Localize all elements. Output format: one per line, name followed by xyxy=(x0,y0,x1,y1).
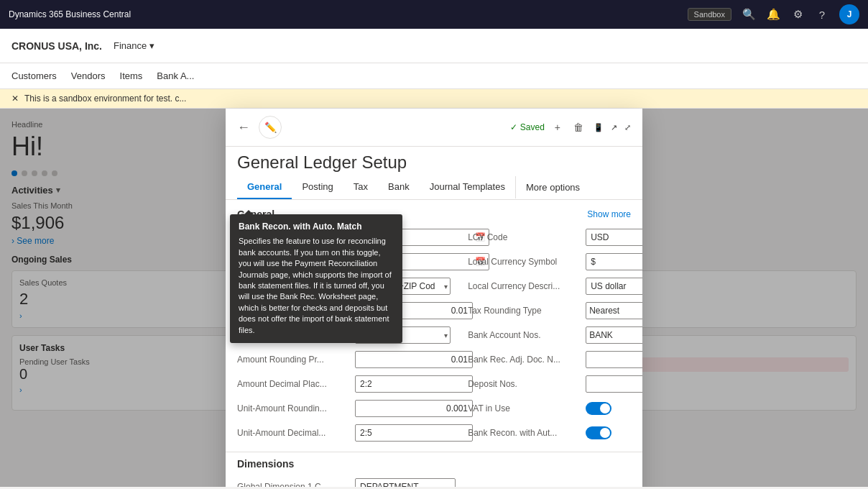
modal-overlay: ← ✏️ ✓ Saved + 🗑 📱 ↗ ⤢ General Ledger Se… xyxy=(0,109,868,487)
module-dropdown[interactable]: Finance ▾ xyxy=(114,40,154,51)
notifications-icon[interactable]: 🔔 xyxy=(766,7,780,22)
share-icon[interactable]: ↗ xyxy=(611,123,617,132)
tax-rounding-select-wrapper: Nearest ▾ xyxy=(586,302,642,319)
currency-descr-input[interactable] xyxy=(586,278,642,295)
deposit-nos-label: Deposit Nos. xyxy=(468,379,583,389)
sub-navbar: CRONUS USA, Inc. Finance ▾ xyxy=(0,29,868,63)
tab-general[interactable]: General xyxy=(237,175,292,199)
dimensions-title-row: Dimensions xyxy=(237,458,631,470)
bank-account-nos-row: Bank Account Nos. BANK ▾ xyxy=(468,325,642,345)
deposit-nos-wrapper: ▾ xyxy=(586,375,642,393)
vat-in-use-row: VAT in Use xyxy=(468,398,642,419)
nav-right: Sandbox 🔍 🔔 ⚙ ? J xyxy=(688,4,859,24)
vat-in-use-toggle[interactable] xyxy=(586,402,611,415)
bank-rec-adj-row: Bank Rec. Adj. Doc. N... ▾ xyxy=(468,349,642,370)
add-button[interactable]: + xyxy=(552,120,563,134)
tooltip-title: Bank Recon. with Auto. Match xyxy=(239,221,394,232)
dimensions-section: Dimensions Global Dimension 1 C... xyxy=(226,452,642,487)
currency-descr-label: Local Currency Descri... xyxy=(468,281,583,291)
currency-symbol-input[interactable] xyxy=(586,253,642,270)
amount-decimal-label: Amount Decimal Plac... xyxy=(237,379,352,389)
bank-recon-auto-label: Bank Recon. with Aut... xyxy=(468,428,583,438)
search-icon[interactable]: 🔍 xyxy=(742,7,756,22)
main-content: Headline Hi! Activities ▾ Sales This Mon… xyxy=(0,109,868,487)
bank-rec-adj-label: Bank Rec. Adj. Doc. N... xyxy=(468,355,583,365)
unit-amount-rounding-input[interactable] xyxy=(355,400,473,417)
unit-amount-decimal-input[interactable] xyxy=(355,424,473,442)
sandbox-banner: ✕ This is a sandbox environment for test… xyxy=(0,89,868,109)
edit-icon-button[interactable]: ✏️ xyxy=(259,116,282,139)
deposit-nos-row: Deposit Nos. ▾ xyxy=(468,374,642,394)
nav-bank[interactable]: Bank A... xyxy=(157,70,194,81)
global-dim1-row: Global Dimension 1 C... xyxy=(237,477,631,487)
tooltip-popup: Bank Recon. with Auto. Match Specifies t… xyxy=(230,214,402,343)
bank-account-nos-select[interactable]: BANK xyxy=(586,326,642,344)
tab-tax[interactable]: Tax xyxy=(343,175,378,199)
vat-in-use-label: VAT in Use xyxy=(468,403,583,413)
tax-rounding-row: Tax Rounding Type Nearest ▾ xyxy=(468,301,642,321)
bank-rec-adj-select[interactable] xyxy=(586,351,642,368)
nav-left: Dynamics 365 Business Central xyxy=(9,9,131,19)
toolbar-icons: ✓ Saved + 🗑 📱 ↗ ⤢ xyxy=(510,120,631,134)
bank-account-nos-label: Bank Account Nos. xyxy=(468,330,583,340)
bank-account-nos-wrapper: BANK ▾ xyxy=(586,326,642,344)
checkmark-icon: ✓ xyxy=(510,122,517,132)
global-dim1-input[interactable] xyxy=(355,478,456,487)
tax-rounding-label: Tax Rounding Type xyxy=(468,306,583,316)
amount-rounding-input[interactable] xyxy=(355,351,473,368)
modal-toolbar: ← ✏️ ✓ Saved + 🗑 📱 ↗ ⤢ xyxy=(226,109,642,147)
amount-decimal-row: Amount Decimal Plac... xyxy=(237,374,451,394)
show-more-link[interactable]: Show more xyxy=(587,209,631,219)
amount-rounding-label: Amount Rounding Pr... xyxy=(237,355,352,365)
banner-text: This is a sandbox environment for test. … xyxy=(24,93,186,104)
expand-icon[interactable]: ⤢ xyxy=(624,123,631,132)
global-dim1-label: Global Dimension 1 C... xyxy=(237,482,352,487)
help-icon[interactable]: ? xyxy=(815,7,829,22)
currency-symbol-row: Local Currency Symbol xyxy=(468,252,642,272)
currency-descr-row: Local Currency Descri... xyxy=(468,276,642,296)
bank-recon-auto-row: Bank Recon. with Aut... xyxy=(468,423,642,443)
modal-tabs: General Posting Tax Bank Journal Templat… xyxy=(226,175,642,200)
lcy-code-input[interactable] xyxy=(586,229,642,246)
amount-decimal-input[interactable] xyxy=(355,375,473,393)
unit-amount-rounding-row: Unit-Amount Roundin... xyxy=(237,398,451,419)
saved-indicator: ✓ Saved xyxy=(510,122,545,132)
bank-recon-auto-toggle[interactable] xyxy=(586,426,611,439)
nav-vendors[interactable]: Vendors xyxy=(71,70,106,81)
unit-amount-decimal-row: Unit-Amount Decimal... xyxy=(237,423,451,443)
user-avatar[interactable]: J xyxy=(839,4,859,24)
amount-rounding-row: Amount Rounding Pr... xyxy=(237,349,451,370)
app-name: Dynamics 365 Business Central xyxy=(9,9,131,19)
back-button[interactable]: ← xyxy=(237,120,250,135)
tab-more-options[interactable]: More options xyxy=(515,176,590,198)
company-name: CRONUS USA, Inc. xyxy=(11,40,102,52)
delete-button[interactable]: 🗑 xyxy=(571,120,586,134)
tab-bank[interactable]: Bank xyxy=(378,175,420,199)
currency-symbol-label: Local Currency Symbol xyxy=(468,257,583,267)
tab-posting[interactable]: Posting xyxy=(292,175,343,199)
sandbox-badge: Sandbox xyxy=(688,8,731,21)
close-icon[interactable]: ✕ xyxy=(11,93,19,104)
deposit-nos-select[interactable] xyxy=(586,375,642,393)
tooltip-arrow xyxy=(244,210,253,214)
tax-rounding-select[interactable]: Nearest xyxy=(586,302,642,319)
nav-items[interactable]: Items xyxy=(120,70,143,81)
modal-title: General Ledger Setup xyxy=(226,147,642,175)
bank-rec-adj-wrapper: ▾ xyxy=(586,351,642,368)
tab-journal-templates[interactable]: Journal Templates xyxy=(420,175,515,199)
nav-customers[interactable]: Customers xyxy=(11,70,57,81)
dimensions-title: Dimensions xyxy=(237,458,294,470)
mobile-icon[interactable]: 📱 xyxy=(594,123,604,132)
unit-amount-rounding-label: Unit-Amount Roundin... xyxy=(237,403,352,413)
page-navbar: Customers Vendors Items Bank A... xyxy=(0,63,868,89)
unit-amount-decimal-label: Unit-Amount Decimal... xyxy=(237,428,352,438)
lcy-code-row: LCY Code xyxy=(468,227,642,247)
top-navbar: Dynamics 365 Business Central Sandbox 🔍 … xyxy=(0,0,868,29)
settings-icon[interactable]: ⚙ xyxy=(790,7,805,22)
lcy-code-label: LCY Code xyxy=(468,232,583,242)
tooltip-body: Specifies the feature to use for reconci… xyxy=(239,236,394,336)
